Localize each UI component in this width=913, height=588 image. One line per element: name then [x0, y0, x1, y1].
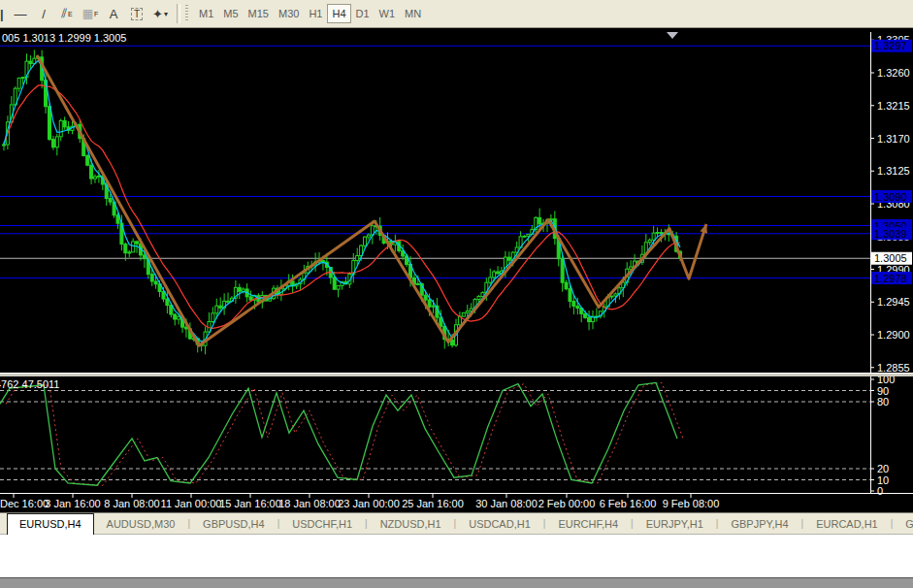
price-axis-ticks: 1.33051.32601.32151.31701.31251.30801.30… [870, 34, 910, 374]
window-bottom-edge [0, 577, 913, 588]
time-axis-labels: Dec 16:003 Jan 16:008 Jan 08:0011 Jan 00… [0, 494, 719, 509]
tab-eurcad-h1[interactable]: EURCAD,H1 [803, 514, 891, 534]
stoch-main-line [0, 382, 677, 485]
svg-text:1.3260: 1.3260 [877, 67, 910, 79]
chart-canvas[interactable]: 1.33051.32601.32151.31701.31251.30801.30… [0, 0, 913, 588]
svg-text:8 Jan 08:00: 8 Jan 08:00 [104, 498, 160, 509]
ohlc-info-line: 005 1.3013 1.2999 1.3005 [2, 32, 126, 44]
svg-text:1.2855: 1.2855 [877, 362, 910, 374]
tab-eurchf-h4[interactable]: EURCHF,H4 [545, 514, 631, 534]
svg-text:1.3005: 1.3005 [874, 252, 907, 264]
zigzag-line[interactable] [37, 55, 706, 345]
svg-text:3 Jan 16:00: 3 Jan 16:00 [45, 498, 101, 509]
indicator-value-label: 4762 47.5011 [0, 378, 59, 390]
tab-usdchf-h1[interactable]: USDCHF,H1 [279, 514, 365, 534]
svg-text:90: 90 [877, 385, 889, 397]
level-lines [0, 46, 870, 278]
status-area [0, 534, 913, 578]
svg-text:1.3125: 1.3125 [877, 165, 910, 177]
svg-text:11 Jan 00:00: 11 Jan 00:00 [161, 498, 222, 509]
svg-text:20: 20 [877, 463, 889, 474]
svg-text:9 Feb 08:00: 9 Feb 08:00 [663, 498, 720, 509]
svg-text:15 Jan 16:00: 15 Jan 16:00 [219, 498, 281, 509]
svg-text:2 Feb 00:00: 2 Feb 00:00 [538, 498, 596, 509]
svg-text:18 Jan 08:00: 18 Jan 08:00 [278, 498, 341, 509]
svg-text:1.2945: 1.2945 [877, 296, 910, 308]
svg-text:1.2900: 1.2900 [877, 329, 910, 341]
svg-text:30 Jan 08:00: 30 Jan 08:00 [475, 498, 538, 509]
tab-gbpjpy-h4[interactable]: GBPJPY,H4 [718, 514, 800, 534]
svg-text:1.2978: 1.2978 [874, 273, 907, 284]
svg-text:1.3090: 1.3090 [874, 191, 907, 203]
tab-nzdusd-h1[interactable]: NZDUSD,H1 [368, 514, 454, 534]
mt4-window: | — / ⫽E ▦F A T ✦▾ M1 M5 M15 M30 H1 H4 D… [0, 0, 913, 588]
svg-text:1.3039: 1.3039 [874, 228, 907, 240]
svg-text:10: 10 [877, 474, 889, 486]
tab-audusd-m30[interactable]: AUDUSD,M30 [94, 514, 188, 534]
svg-text:6 Feb 16:00: 6 Feb 16:00 [600, 498, 657, 509]
chart-shift-marker-icon[interactable] [667, 32, 678, 39]
tab-gbpchf-m30[interactable]: GBPCHF,M30 [893, 514, 913, 534]
svg-text:80: 80 [877, 396, 889, 408]
svg-text:0: 0 [877, 485, 883, 497]
svg-text:23 Jan 00:00: 23 Jan 00:00 [338, 498, 400, 509]
stoch-signal-line [6, 382, 683, 485]
tab-usdcad-h1[interactable]: USDCAD,H1 [456, 514, 543, 534]
candlestick-series [3, 49, 682, 354]
tab-eurjpy-h1[interactable]: EURJPY,H1 [634, 514, 716, 534]
svg-text:1.3215: 1.3215 [877, 100, 910, 112]
tab-eurusd-h4[interactable]: EURUSD,H4 [7, 513, 94, 535]
panel-splitter[interactable] [0, 373, 913, 376]
svg-text:1.3170: 1.3170 [877, 133, 910, 145]
svg-text:1.3297: 1.3297 [874, 40, 907, 51]
tab-gbpusd-h4[interactable]: GBPUSD,H4 [190, 514, 277, 534]
svg-text:Dec 16:00: Dec 16:00 [0, 498, 49, 509]
svg-text:25 Jan 16:00: 25 Jan 16:00 [402, 498, 464, 509]
chart-tabs-bar: EURUSD,H4 AUDUSD,M30 | GBPUSD,H4 | USDCH… [0, 512, 913, 534]
